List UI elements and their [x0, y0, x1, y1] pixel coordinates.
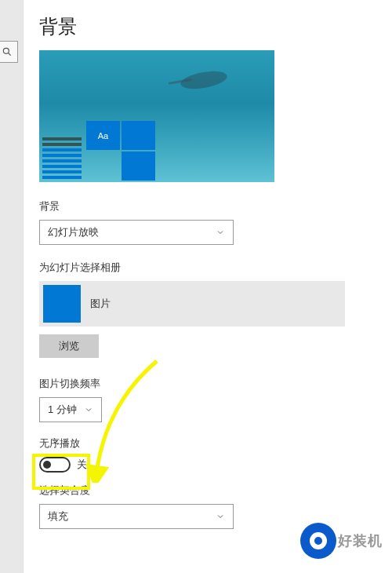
- background-label: 背景: [39, 199, 376, 214]
- svg-point-0: [3, 48, 9, 53]
- chevron-down-icon: [216, 228, 225, 237]
- fit-label: 选择契合度: [39, 484, 376, 498]
- watermark-text: 好装机: [338, 531, 383, 550]
- watermark: 好装机: [300, 523, 383, 559]
- fit-dropdown[interactable]: 填充: [39, 504, 234, 529]
- left-sidebar: [0, 0, 24, 573]
- shuffle-state-label: 关: [77, 458, 87, 472]
- svg-line-1: [9, 53, 11, 56]
- album-thumbnail: [43, 285, 81, 323]
- album-folder-name: 图片: [90, 297, 111, 311]
- album-label: 为幻灯片选择相册: [39, 261, 376, 275]
- fit-dropdown-value: 填充: [48, 509, 68, 524]
- toggle-knob: [43, 461, 51, 469]
- chevron-down-icon: [216, 512, 225, 521]
- watermark-logo-icon: [300, 523, 336, 559]
- search-icon: [2, 46, 13, 57]
- search-icon-box[interactable]: [0, 41, 18, 63]
- shuffle-row: 关: [39, 457, 376, 473]
- shuffle-toggle[interactable]: [39, 457, 71, 473]
- main-content: 背景 Aa 背景 幻灯片放映 为幻灯片选择相册 图片 浏览 图片切换频率 1 分…: [24, 0, 392, 573]
- interval-dropdown[interactable]: 1 分钟: [39, 397, 102, 422]
- interval-dropdown-value: 1 分钟: [48, 403, 77, 417]
- preview-taskbar: [39, 119, 85, 182]
- background-dropdown-value: 幻灯片放映: [48, 225, 99, 239]
- album-selection[interactable]: 图片: [39, 281, 345, 327]
- interval-label: 图片切换频率: [39, 377, 376, 391]
- desktop-preview: Aa: [39, 50, 274, 182]
- preview-start-overlay: Aa: [39, 119, 157, 182]
- preview-scene-element: [180, 68, 229, 92]
- page-title: 背景: [39, 14, 376, 39]
- shuffle-label: 无序播放: [39, 436, 376, 451]
- background-dropdown[interactable]: 幻灯片放映: [39, 220, 234, 245]
- browse-button[interactable]: 浏览: [39, 334, 99, 358]
- preview-tiles: Aa: [85, 119, 157, 182]
- chevron-down-icon: [84, 405, 93, 414]
- preview-tile-aa: Aa: [86, 121, 120, 150]
